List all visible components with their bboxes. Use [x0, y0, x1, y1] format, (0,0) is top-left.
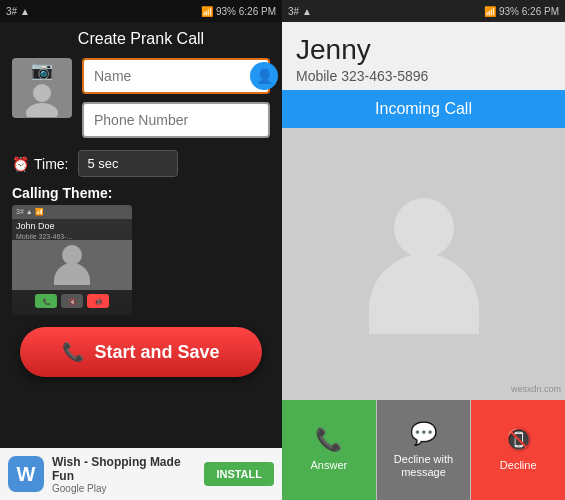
time-select[interactable]: 5 sec 10 sec 15 sec 30 sec: [78, 150, 178, 177]
photo-placeholder[interactable]: 📷: [12, 58, 72, 118]
svg-point-1: [26, 103, 58, 117]
ad-logo: W: [8, 456, 44, 492]
decline-phone-icon: 📵: [505, 427, 532, 453]
theme-decline-btn: 📵: [87, 294, 109, 308]
decline-label: Decline: [500, 459, 537, 472]
person-circle-icon: 👤: [256, 68, 273, 84]
contact-icon[interactable]: 👤: [250, 62, 278, 90]
app-title: Create Prank Call: [0, 22, 282, 58]
avatar-head: [394, 198, 454, 258]
time-row: ⏰ Time: 5 sec 10 sec 15 sec 30 sec: [12, 146, 270, 181]
phone-icon: 📞: [62, 341, 84, 363]
install-button[interactable]: INSTALL: [204, 462, 274, 486]
clock-icon: ⏰: [12, 156, 29, 172]
caller-info: Jenny Mobile 323-463-5896: [282, 22, 565, 90]
caller-photo-area: [282, 128, 565, 400]
inputs-col: 👤: [82, 58, 270, 138]
start-save-button[interactable]: 📞 Start and Save: [20, 327, 262, 377]
calling-theme-label: Calling Theme:: [0, 181, 282, 205]
caller-avatar: [364, 194, 484, 334]
decline-msg-label: Decline with message: [377, 453, 471, 479]
decline-button[interactable]: 📵 Decline: [471, 400, 565, 500]
status-right-text: 3# ▲: [288, 6, 312, 17]
time-label: ⏰ Time:: [12, 156, 68, 172]
decline-message-button[interactable]: 💬 Decline with message: [377, 400, 471, 500]
caller-number: Mobile 323-463-5896: [296, 68, 551, 84]
svg-point-0: [33, 84, 51, 102]
status-bar-right: 3# ▲ 📶 93% 6:26 PM: [282, 0, 565, 22]
answer-button[interactable]: 📞 Answer: [282, 400, 376, 500]
theme-name: John Doe: [12, 219, 132, 233]
phone-input[interactable]: [82, 102, 270, 138]
theme-preview-inner: 3# ▲ 📶 John Doe Mobile 323-463-... 📞 🔇 📵: [12, 205, 132, 315]
status-left-icons: 📶 93% 6:26 PM: [201, 6, 276, 17]
right-panel: 3# ▲ 📶 93% 6:26 PM Jenny Mobile 323-463-…: [282, 0, 565, 500]
ad-title: Wish - Shopping Made Fun: [52, 455, 196, 483]
start-save-label: Start and Save: [94, 342, 219, 363]
ad-text: Wish - Shopping Made Fun Google Play: [52, 455, 196, 494]
avatar-body: [369, 254, 479, 334]
form-area: 📷 👤 ⏰ Time: 5 sec: [0, 58, 282, 181]
status-bar-left: 3# ▲ 📶 93% 6:26 PM: [0, 0, 282, 22]
caller-name: Jenny: [296, 34, 551, 66]
theme-mute-btn: 🔇: [61, 294, 83, 308]
theme-buttons-row: 📞 🔇 📵: [12, 290, 132, 312]
call-actions: 📞 Answer 💬 Decline with message 📵 Declin…: [282, 400, 565, 500]
theme-answer-btn: 📞: [35, 294, 57, 308]
status-right-icons: 📶 93% 6:26 PM: [484, 6, 559, 17]
person-icon: [24, 81, 60, 117]
ad-subtitle: Google Play: [52, 483, 196, 494]
incoming-call-banner: Incoming Call: [282, 90, 565, 128]
left-panel: 3# ▲ 📶 93% 6:26 PM Create Prank Call 📷 👤: [0, 0, 282, 500]
photo-row: 📷 👤: [12, 58, 270, 138]
name-input[interactable]: [82, 58, 270, 94]
status-left-text: 3# ▲: [6, 6, 30, 17]
watermark: wesxdn.com: [511, 384, 561, 394]
theme-number: Mobile 323-463-...: [12, 233, 132, 240]
message-icon: 💬: [410, 421, 437, 447]
answer-phone-icon: 📞: [315, 427, 342, 453]
theme-preview[interactable]: 3# ▲ 📶 John Doe Mobile 323-463-... 📞 🔇 📵: [12, 205, 132, 315]
theme-status-bar: 3# ▲ 📶: [12, 205, 132, 219]
answer-label: Answer: [310, 459, 347, 472]
theme-photo: [12, 240, 132, 290]
camera-icon: 📷: [31, 59, 53, 81]
ad-bar: W Wish - Shopping Made Fun Google Play I…: [0, 448, 282, 500]
